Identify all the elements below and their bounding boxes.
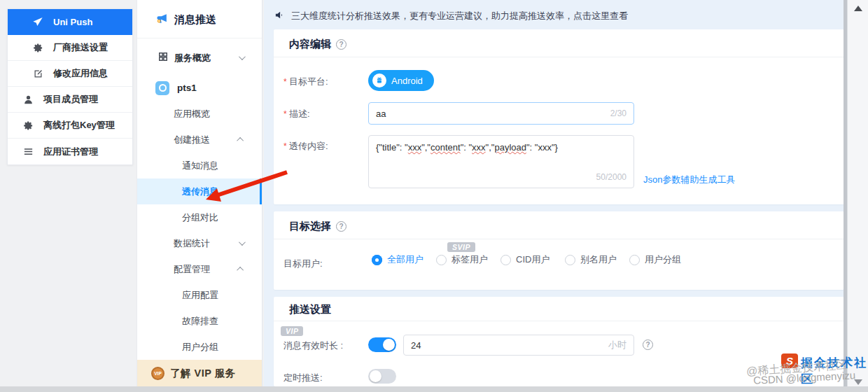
target-user-label: 目标用户: (284, 258, 323, 270)
chevron-up-icon (237, 137, 244, 144)
ttl-unit: 小时 (608, 339, 626, 351)
sidebar-item-label: 厂商推送设置 (53, 41, 108, 54)
menu-item-app-config[interactable]: 应用配置 (137, 282, 262, 308)
chevron-down-icon (239, 53, 246, 60)
push-horn-icon (155, 12, 169, 27)
menu-item-user-groups[interactable]: 用户分组 (137, 334, 262, 360)
section-header: 目标选择 ? (289, 220, 346, 233)
sidebar-item-label: 应用证书管理 (43, 146, 98, 158)
speaker-icon (274, 10, 285, 22)
scroll-up-arrow-icon[interactable] (854, 6, 862, 11)
section-title: 内容编辑 (289, 38, 331, 51)
sidebar-item-uni-push[interactable]: Uni Push (8, 9, 132, 35)
list-icon (22, 146, 34, 158)
radio-dot (565, 255, 575, 265)
paper-plane-icon (31, 15, 44, 28)
sidebar-item-label: 离线打包Key管理 (43, 119, 115, 132)
chevron-up-icon (237, 267, 244, 274)
json-tool-link[interactable]: Json参数辅助生成工具 (643, 174, 735, 186)
menu-item-app-overview[interactable]: 应用概览 (137, 101, 262, 127)
push-settings-card: 推送设置 VIP 消息有效时长 : 24 小时 ? 定时推送: (274, 297, 844, 386)
target-user-radio-group: 全部用户 标签用户 CID用户 别名用户 用户分组 (372, 253, 681, 266)
radio-dot (500, 255, 511, 265)
scroll-down-arrow-icon[interactable] (854, 379, 862, 385)
radio-dot (436, 255, 447, 265)
edit-icon (31, 67, 44, 80)
schedule-toggle[interactable] (368, 369, 396, 384)
payload-textarea[interactable]: {"title": "xxx","content": "xxx","payloa… (368, 135, 634, 188)
sidebar-item-app-certificates[interactable]: 应用证书管理 (8, 139, 132, 164)
menu-item-passthrough-message[interactable]: 透传消息 (137, 178, 262, 204)
help-icon[interactable]: ? (336, 39, 346, 50)
menu-item-create-push[interactable]: 创建推送 (137, 127, 262, 153)
divider (274, 57, 844, 57)
help-icon[interactable]: ? (336, 221, 346, 232)
sidebar-item-label: 修改应用信息 (53, 67, 108, 80)
section-title: 目标选择 (289, 220, 331, 233)
ttl-help-icon[interactable]: ? (643, 340, 653, 350)
overview-grid-icon (158, 52, 168, 64)
menu-item-pts1[interactable]: pts1 (137, 75, 262, 101)
menu-item-data-statistics[interactable]: 数据统计 (137, 230, 262, 256)
main-content: 三大维度统计分析推送效果，更有专业运营建议，助力提高推送效率，点击这里查看 内容… (264, 0, 844, 386)
module-title: 消息推送 (137, 0, 262, 27)
section-header: 内容编辑 ? (289, 38, 346, 51)
desc-input[interactable]: aa 2/30 (368, 102, 634, 125)
push-module-sidebar: 消息推送 服务概览 pts1 应用概览 创建推送 通知消息 透传消息 分组对比 (136, 0, 262, 386)
radio-user-groups[interactable]: 用户分组 (629, 253, 681, 266)
target-select-card: 目标选择 ? 目标用户: SVIP 全部用户 标签用户 CID用户 别名用户 (274, 211, 844, 290)
section-title: 推送设置 (289, 303, 331, 316)
module-menu: 服务概览 pts1 应用概览 创建推送 通知消息 透传消息 分组对比 数据统计 … (137, 38, 262, 360)
horizontal-scrollbar[interactable] (0, 386, 868, 392)
menu-item-troubleshoot[interactable]: 故障排查 (137, 308, 262, 334)
ttl-input[interactable]: 24 小时 (403, 335, 634, 356)
radio-tag-users[interactable]: 标签用户 (436, 253, 488, 266)
platform-button-label: Android (391, 76, 423, 86)
menu-item-service-overview[interactable]: 服务概览 (137, 45, 262, 71)
ttl-toggle[interactable] (368, 337, 396, 352)
vertical-scrollbar[interactable] (847, 0, 868, 392)
android-platform-button[interactable]: Android (368, 70, 434, 91)
sidebar-item-label: 项目成员管理 (43, 93, 98, 106)
toggle-knob (370, 370, 382, 382)
gear-icon (31, 41, 44, 54)
sidebar-item-project-members[interactable]: 项目成员管理 (8, 87, 132, 113)
desc-input-value: aa (376, 108, 610, 119)
section-header: 推送设置 (289, 303, 331, 316)
menu-item-notification-message[interactable]: 通知消息 (137, 153, 262, 178)
notice-bar[interactable]: 三大维度统计分析推送效果，更有专业运营建议，助力提高推送效率，点击这里查看 (274, 10, 628, 22)
divider (274, 321, 844, 321)
payload-label: 透传内容: (284, 140, 328, 153)
gear-icon (22, 119, 34, 132)
radio-alias-users[interactable]: 别名用户 (565, 253, 617, 266)
content-edit-card: 内容编辑 ? 目标平台: Android 描述: aa 2/30 透传内容: {… (274, 29, 844, 204)
app-nav-sidebar: Uni Push 厂商推送设置 修改应用信息 项目成员管理 离线打包Key管理 … (7, 8, 133, 165)
radio-dot (629, 255, 640, 265)
radio-all-users[interactable]: 全部用户 (372, 253, 424, 266)
radio-cid-users[interactable]: CID用户 (500, 253, 552, 266)
android-icon (372, 74, 386, 88)
menu-item-group-compare[interactable]: 分组对比 (137, 204, 262, 230)
payload-json-value: {"title": "xxx","content": "xxx","payloa… (376, 142, 558, 153)
app-icon (155, 81, 169, 95)
ttl-label: 消息有效时长 : (284, 340, 343, 352)
learn-vip-banner[interactable]: VIP 了解 VIP 服务 (137, 360, 262, 386)
menu-item-config-management[interactable]: 配置管理 (137, 256, 262, 282)
divider (274, 239, 844, 239)
sidebar-item-vendor-push-settings[interactable]: 厂商推送设置 (8, 35, 132, 61)
vip-medal-icon: VIP (151, 367, 164, 380)
chevron-down-icon (239, 239, 246, 246)
desc-char-counter: 2/30 (610, 108, 626, 118)
member-icon (22, 93, 34, 106)
sidebar-item-edit-app-info[interactable]: 修改应用信息 (8, 61, 132, 87)
sidebar-item-offline-key[interactable]: 离线打包Key管理 (8, 113, 132, 139)
notice-text: 三大维度统计分析推送效果，更有专业运营建议，助力提高推送效率，点击这里查看 (291, 10, 628, 22)
schedule-label: 定时推送: (284, 372, 323, 384)
toggle-knob (383, 339, 395, 351)
desc-label: 描述: (284, 108, 310, 120)
platform-label: 目标平台: (284, 76, 328, 88)
radio-dot (372, 255, 382, 265)
payload-char-counter: 50/2000 (596, 172, 626, 183)
vip-badge: VIP (281, 326, 303, 336)
ttl-input-value: 24 (411, 340, 608, 351)
